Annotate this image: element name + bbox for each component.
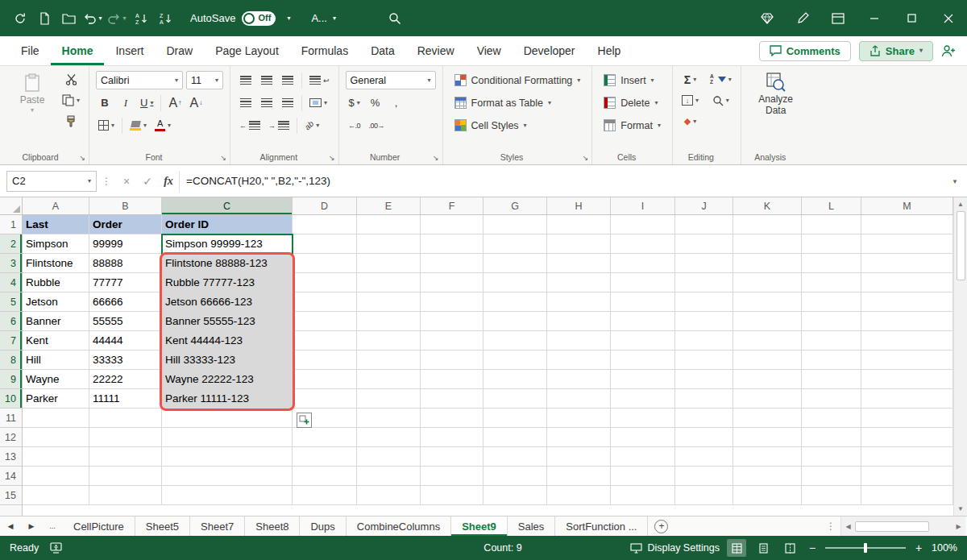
cell-J12[interactable] [675, 428, 733, 447]
cell-J9[interactable] [675, 370, 733, 389]
zoom-slider-thumb[interactable] [864, 543, 867, 553]
sort-descending-button[interactable]: ZA [153, 6, 177, 31]
conditional-formatting-button[interactable]: Conditional Formatting ▾ [450, 70, 586, 90]
cell-I8[interactable] [611, 351, 675, 370]
undo-button[interactable]: ▾ [81, 6, 105, 31]
cell-I1[interactable] [611, 215, 675, 234]
sheet-tab-combinecolumns[interactable]: CombineColumns [347, 516, 451, 536]
cell-E12[interactable] [357, 428, 421, 447]
cell-D4[interactable] [293, 273, 357, 292]
row-header-12[interactable]: 12 [0, 428, 22, 447]
cell-A10[interactable]: Parker [23, 389, 89, 409]
sheet-tab-cellpicture[interactable]: CellPicture [63, 516, 135, 536]
cell-K9[interactable] [733, 370, 802, 389]
sort-filter-button[interactable]: AZ▾ [708, 70, 734, 89]
page-break-view-button[interactable] [780, 539, 799, 557]
align-bottom-button[interactable] [279, 71, 297, 89]
cell-J2[interactable] [675, 234, 733, 254]
cell-D2[interactable] [293, 234, 357, 254]
cell-E14[interactable] [357, 467, 421, 486]
cell-B3[interactable]: 88888 [89, 254, 162, 273]
cell-J8[interactable] [675, 351, 733, 370]
cell-A9[interactable]: Wayne [23, 370, 89, 389]
delete-cells-button[interactable]: Delete ▾ [599, 93, 666, 113]
cell-G12[interactable] [484, 428, 547, 447]
cell-B9[interactable]: 22222 [89, 370, 162, 389]
cell-K10[interactable] [733, 389, 802, 409]
cell-L6[interactable] [802, 312, 861, 331]
cell-I12[interactable] [611, 428, 675, 447]
cell-M4[interactable] [861, 273, 953, 292]
font-size-select[interactable]: 11 ▾ [186, 71, 223, 89]
number-format-select[interactable]: General ▾ [346, 71, 436, 89]
normal-view-button[interactable] [727, 539, 746, 557]
cell-F13[interactable] [421, 447, 484, 467]
paste-button[interactable]: Paste ▾ [10, 70, 55, 150]
cell-F9[interactable] [421, 370, 484, 389]
cell-B2[interactable]: 99999 [89, 234, 162, 254]
row-header-4[interactable]: 4 [0, 273, 22, 292]
cell-K14[interactable] [733, 467, 802, 486]
cell-D8[interactable] [293, 351, 357, 370]
fill-button[interactable]: ↓▾ [679, 91, 701, 110]
cell-E9[interactable] [357, 370, 421, 389]
tab-draw[interactable]: Draw [155, 36, 204, 65]
cell-H5[interactable] [547, 292, 611, 312]
cell-G7[interactable] [484, 331, 547, 351]
enter-button[interactable]: ✓ [137, 175, 158, 188]
row-header-6[interactable]: 6 [0, 312, 22, 331]
cell-B10[interactable]: 11111 [89, 389, 162, 409]
cell-G15[interactable] [484, 486, 547, 505]
tab-help[interactable]: Help [587, 36, 633, 65]
format-as-table-button[interactable]: Format as Table ▾ [450, 93, 586, 113]
copy-button[interactable]: ▾ [60, 91, 82, 110]
premium-features-button[interactable] [749, 6, 785, 31]
cell-C12[interactable] [162, 428, 293, 447]
cell-E1[interactable] [357, 215, 421, 234]
formula-bar-handle[interactable]: ⋮ [102, 176, 111, 187]
column-header-E[interactable]: E [357, 197, 421, 214]
formula-bar-expand-icon[interactable]: ▾ [946, 177, 964, 185]
cell-H11[interactable] [547, 409, 611, 428]
cell-L11[interactable] [802, 409, 861, 428]
cell-L8[interactable] [802, 351, 861, 370]
cell-K3[interactable] [733, 254, 802, 273]
cell-H15[interactable] [547, 486, 611, 505]
decrease-indent-button[interactable]: ← [237, 116, 263, 135]
decrease-decimal-button[interactable]: .00→ [367, 116, 388, 135]
open-file-button[interactable] [56, 6, 81, 31]
cell-M12[interactable] [861, 428, 953, 447]
align-center-button[interactable] [258, 93, 276, 112]
column-header-H[interactable]: H [547, 197, 611, 214]
font-name-select[interactable]: Calibri ▾ [96, 71, 183, 89]
cell-G11[interactable] [484, 409, 547, 428]
zoom-level[interactable]: 100% [932, 542, 957, 554]
cell-L1[interactable] [802, 215, 861, 234]
clipboard-dialog-launcher[interactable]: ↘ [79, 154, 85, 162]
row-header-14[interactable]: 14 [0, 467, 22, 486]
cell-H4[interactable] [547, 273, 611, 292]
cell-C8[interactable]: Hill 33333-123 [162, 351, 293, 370]
cell-L2[interactable] [802, 234, 861, 254]
scroll-left-icon[interactable]: ◀ [841, 523, 855, 530]
cell-C10[interactable]: Parker 11111-123 [162, 389, 293, 409]
page-layout-view-button[interactable] [753, 539, 773, 557]
cell-B14[interactable] [89, 467, 162, 486]
cell-C3[interactable]: Flintstone 88888-123 [162, 254, 293, 273]
minimize-button[interactable] [856, 0, 893, 36]
zoom-in-button[interactable]: + [913, 541, 924, 554]
cell-H8[interactable] [547, 351, 611, 370]
column-header-A[interactable]: A [23, 197, 89, 214]
cell-D1[interactable] [293, 215, 357, 234]
cell-M2[interactable] [861, 234, 953, 254]
scroll-up-icon[interactable]: ▲ [954, 197, 967, 211]
cell-K4[interactable] [733, 273, 802, 292]
cell-A6[interactable]: Banner [23, 312, 89, 331]
cell-L14[interactable] [802, 467, 861, 486]
share-button[interactable]: Share ▾ [859, 41, 933, 61]
cell-C4[interactable]: Rubble 77777-123 [162, 273, 293, 292]
sheet-tab-sortfunction[interactable]: SortFunction ... [555, 516, 648, 536]
underline-button[interactable]: U▾ [138, 93, 156, 112]
cell-H2[interactable] [547, 234, 611, 254]
cell-F5[interactable] [421, 292, 484, 312]
